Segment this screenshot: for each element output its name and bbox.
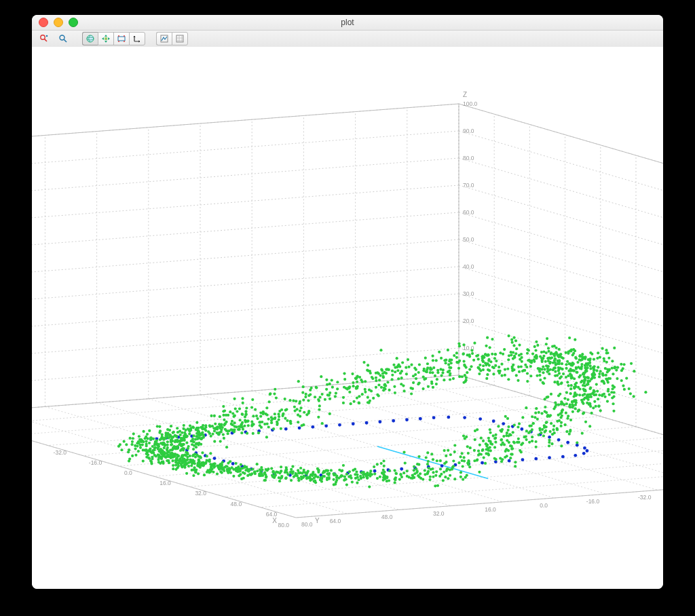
svg-point-830	[611, 367, 614, 370]
rotate-button[interactable]	[82, 32, 98, 45]
zoom-button[interactable]	[55, 32, 71, 45]
svg-point-243	[407, 366, 410, 368]
svg-point-1895	[239, 419, 242, 421]
svg-point-675	[429, 371, 432, 374]
svg-text:80.0: 80.0	[278, 522, 289, 528]
svg-point-1861	[189, 459, 191, 461]
svg-point-396	[457, 461, 460, 464]
svg-point-876	[377, 394, 380, 397]
svg-point-1659	[189, 424, 191, 427]
svg-point-1033	[569, 419, 572, 421]
svg-point-1941	[540, 357, 543, 360]
svg-point-908	[503, 348, 506, 351]
svg-point-666	[362, 361, 365, 364]
svg-point-1070	[172, 467, 174, 470]
svg-point-1620	[558, 353, 561, 356]
svg-point-805	[582, 394, 584, 397]
svg-point-1443	[569, 349, 572, 352]
svg-text:30.0: 30.0	[463, 290, 474, 297]
svg-point-1875	[343, 386, 345, 389]
svg-point-1711	[480, 453, 483, 456]
svg-point-1199	[368, 485, 371, 488]
svg-point-2161	[128, 448, 130, 451]
svg-point-2131	[182, 459, 185, 461]
svg-point-1912	[565, 412, 567, 415]
svg-point-1133	[241, 413, 244, 416]
svg-point-1788	[565, 376, 567, 379]
svg-point-1735	[250, 406, 253, 408]
svg-point-1093	[212, 427, 215, 429]
svg-point-439	[550, 442, 553, 445]
svg-point-2140	[174, 446, 177, 448]
svg-point-188	[502, 422, 505, 425]
svg-point-1305	[434, 474, 437, 477]
svg-point-1693	[510, 453, 512, 456]
minimize-icon[interactable]	[54, 18, 63, 27]
svg-point-1928	[556, 420, 559, 423]
svg-point-2144	[168, 455, 170, 458]
svg-point-1983	[174, 455, 176, 457]
svg-point-1887	[381, 375, 384, 378]
data-button[interactable]	[172, 32, 188, 45]
svg-point-1723	[595, 369, 598, 372]
svg-point-2151	[356, 396, 358, 399]
svg-point-1666	[432, 386, 434, 389]
svg-point-2167	[119, 443, 121, 446]
svg-point-1114	[246, 474, 249, 477]
svg-line-73	[459, 185, 663, 288]
svg-point-2100	[407, 358, 409, 361]
svg-line-48	[32, 267, 459, 306]
svg-point-1088	[452, 377, 455, 380]
zoom-region-button[interactable]	[36, 32, 52, 45]
svg-point-1424	[413, 465, 415, 468]
svg-point-1886	[612, 410, 615, 412]
svg-point-1499	[462, 465, 464, 467]
svg-point-966	[156, 425, 159, 427]
svg-point-855	[541, 428, 544, 431]
svg-point-1992	[296, 474, 299, 477]
svg-point-308	[552, 428, 555, 431]
svg-point-802	[303, 411, 305, 414]
svg-point-948	[230, 423, 233, 425]
svg-point-1665	[147, 457, 150, 459]
svg-point-820	[195, 432, 198, 435]
svg-point-1878	[217, 433, 220, 436]
svg-point-804	[590, 412, 593, 415]
export-button[interactable]	[156, 32, 172, 45]
close-icon[interactable]	[39, 18, 48, 27]
svg-point-1776	[556, 381, 559, 383]
svg-point-1660	[604, 396, 607, 398]
fit-button[interactable]	[113, 32, 129, 45]
svg-point-1591	[588, 387, 591, 390]
svg-point-1696	[264, 474, 267, 476]
svg-point-1930	[157, 459, 159, 461]
svg-point-1326	[633, 370, 635, 372]
svg-text:20.0: 20.0	[463, 317, 474, 324]
svg-point-395	[148, 442, 151, 444]
svg-point-814	[439, 467, 442, 470]
svg-point-1347	[285, 476, 288, 479]
svg-point-1452	[354, 377, 357, 379]
svg-point-907	[609, 377, 612, 380]
svg-point-546	[185, 472, 188, 475]
svg-point-432	[400, 377, 403, 379]
svg-point-2136	[285, 466, 288, 469]
chart-icon	[159, 34, 169, 43]
axes-button[interactable]	[129, 32, 145, 45]
svg-point-1357	[586, 381, 589, 383]
svg-point-1092	[273, 392, 276, 395]
pan-button[interactable]	[98, 32, 113, 45]
svg-point-0	[41, 35, 45, 39]
svg-point-1435	[209, 452, 212, 455]
svg-point-1753	[260, 426, 263, 429]
plot-area[interactable]: -80.0-64.0-48.0-32.0-16.00.016.032.048.0…	[32, 47, 663, 589]
svg-point-1072	[264, 479, 267, 482]
svg-point-1834	[449, 372, 451, 375]
svg-point-2014	[191, 438, 194, 440]
svg-point-807	[187, 445, 190, 448]
svg-point-930	[402, 471, 405, 474]
svg-point-790	[482, 360, 485, 363]
svg-point-1950	[586, 393, 588, 396]
zoom-icon[interactable]	[69, 18, 78, 27]
svg-point-573	[544, 360, 547, 363]
